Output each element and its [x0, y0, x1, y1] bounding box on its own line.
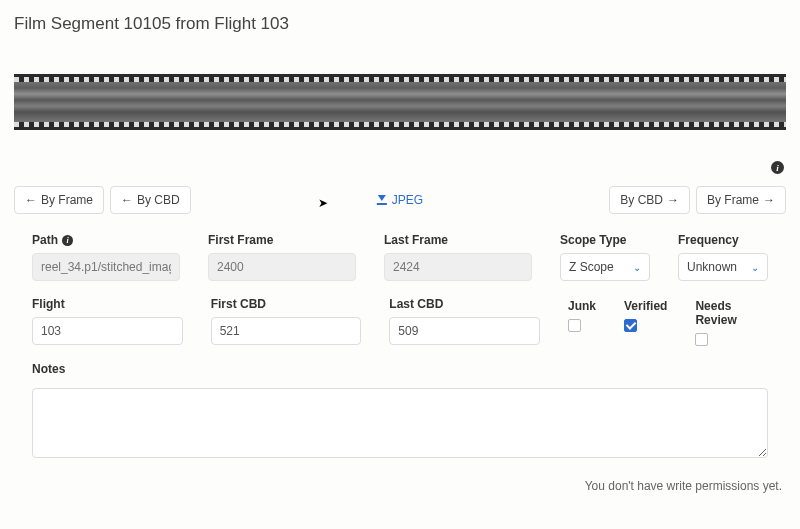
film-strip-image — [14, 74, 786, 130]
prev-by-cbd-button[interactable]: ← By CBD — [110, 186, 191, 214]
first-frame-label: First Frame — [208, 233, 356, 247]
download-icon — [377, 195, 387, 205]
notes-textarea[interactable] — [32, 388, 768, 458]
prev-by-frame-label: By Frame — [41, 193, 93, 207]
first-cbd-label: First CBD — [211, 297, 362, 311]
flight-field[interactable] — [32, 317, 183, 345]
path-label: Path i — [32, 233, 180, 247]
first-frame-field — [208, 253, 356, 281]
junk-label: Junk — [568, 299, 596, 313]
page-title: Film Segment 10105 from Flight 103 — [14, 14, 786, 34]
last-cbd-field[interactable] — [389, 317, 540, 345]
needs-review-label: Needs Review — [695, 299, 768, 327]
chevron-down-icon: ⌄ — [751, 262, 759, 273]
notes-label: Notes — [32, 362, 768, 376]
arrow-right-icon: → — [763, 193, 775, 207]
frequency-select[interactable]: Unknown ⌄ — [678, 253, 768, 281]
next-by-cbd-button[interactable]: By CBD → — [609, 186, 690, 214]
chevron-down-icon: ⌄ — [633, 262, 641, 273]
download-label: JPEG — [392, 193, 423, 207]
scope-type-select[interactable]: Z Scope ⌄ — [560, 253, 650, 281]
last-frame-field — [384, 253, 532, 281]
next-by-frame-label: By Frame — [707, 193, 759, 207]
arrow-left-icon: ← — [121, 193, 133, 207]
permissions-message: You don't have write permissions yet. — [14, 479, 786, 493]
next-by-cbd-label: By CBD — [620, 193, 663, 207]
info-icon[interactable]: i — [62, 235, 73, 246]
next-by-frame-button[interactable]: By Frame → — [696, 186, 786, 214]
prev-by-cbd-label: By CBD — [137, 193, 180, 207]
download-jpeg-link[interactable]: JPEG — [377, 193, 423, 207]
info-icon[interactable]: i — [771, 161, 784, 174]
path-field — [32, 253, 180, 281]
last-cbd-label: Last CBD — [389, 297, 540, 311]
verified-label: Verified — [624, 299, 667, 313]
arrow-left-icon: ← — [25, 193, 37, 207]
verified-checkbox[interactable] — [624, 319, 637, 332]
scope-type-value: Z Scope — [569, 260, 614, 274]
frequency-label: Frequency — [678, 233, 768, 247]
flight-label: Flight — [32, 297, 183, 311]
junk-checkbox[interactable] — [568, 319, 581, 332]
prev-by-frame-button[interactable]: ← By Frame — [14, 186, 104, 214]
first-cbd-field[interactable] — [211, 317, 362, 345]
arrow-right-icon: → — [667, 193, 679, 207]
frequency-value: Unknown — [687, 260, 737, 274]
scope-type-label: Scope Type — [560, 233, 650, 247]
needs-review-checkbox[interactable] — [695, 333, 708, 346]
last-frame-label: Last Frame — [384, 233, 532, 247]
